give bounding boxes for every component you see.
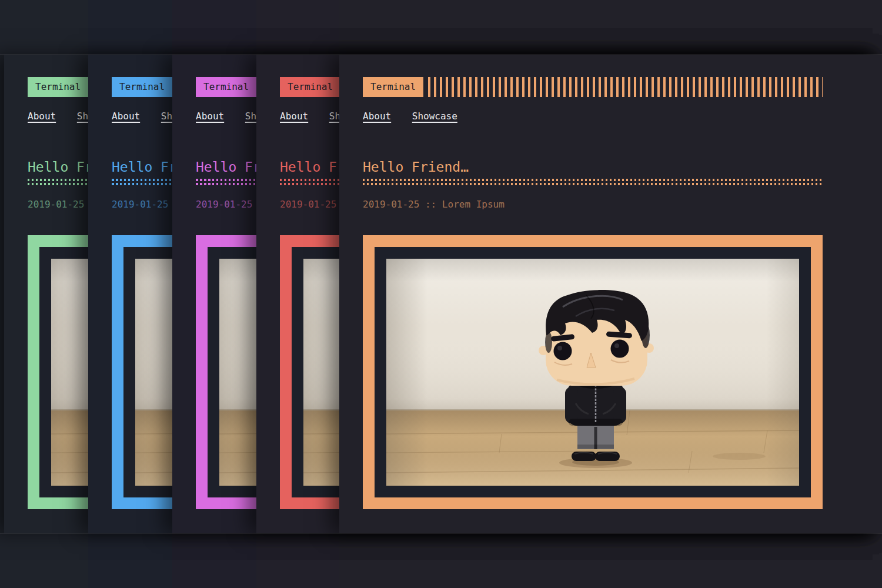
nav-link-about[interactable]: About [196, 111, 224, 122]
nav-link-about[interactable]: About [28, 111, 56, 122]
site-header: Terminal [363, 77, 823, 97]
site-logo-badge[interactable]: Terminal [112, 77, 172, 97]
post-meta: 2019-01-25 :: Lorem Ipsum [363, 199, 823, 209]
funko-figure-photo [386, 259, 799, 486]
site-logo-badge[interactable]: Terminal [363, 77, 423, 97]
logo-stripes-decoration [428, 77, 823, 97]
terminal-theme-demo-page: { "site": { "badge": "Terminal", "nav": … [0, 0, 882, 588]
panel-content: Terminal About Showcase Hello Friend… 20… [363, 77, 823, 509]
post-title: Hello Friend… [363, 160, 823, 174]
nav-link-showcase[interactable]: Showcase [412, 111, 457, 122]
theme-panel-orange: Terminal About Showcase Hello Friend… 20… [339, 55, 882, 533]
main-nav: About Showcase [363, 111, 823, 122]
nav-link-about[interactable]: About [363, 111, 391, 122]
dotted-divider [363, 179, 823, 185]
post-cover-frame [363, 235, 823, 509]
band-separator-top [0, 54, 882, 55]
funko-figure-illustration [386, 259, 799, 486]
nav-link-about[interactable]: About [280, 111, 308, 122]
band-separator-bottom [0, 533, 882, 534]
site-logo-badge[interactable]: Terminal [28, 77, 88, 97]
site-logo-badge[interactable]: Terminal [280, 77, 340, 97]
nav-link-about[interactable]: About [112, 111, 140, 122]
panels-stage: Terminal About Showcase Hello Friend… 20… [0, 55, 882, 533]
site-logo-badge[interactable]: Terminal [196, 77, 256, 97]
